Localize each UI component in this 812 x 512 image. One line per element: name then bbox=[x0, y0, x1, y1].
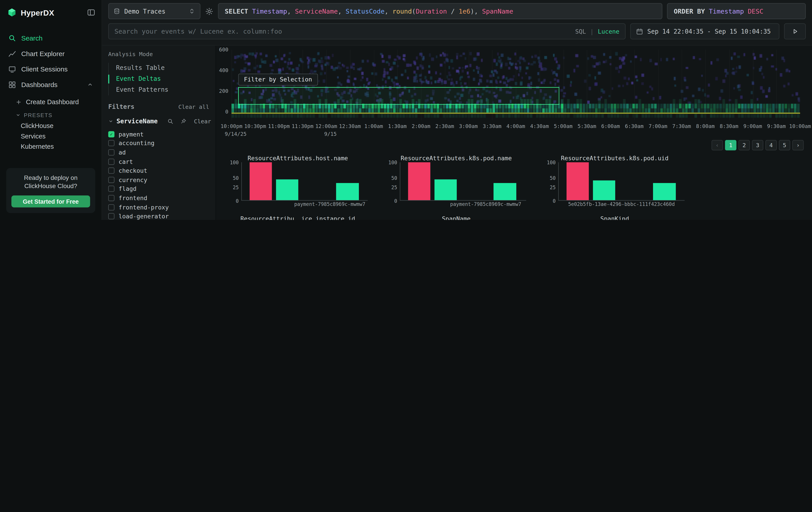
sidebar-item-client-sessions[interactable]: Client Sessions bbox=[0, 62, 102, 76]
filter-item-label: payment bbox=[118, 131, 144, 138]
sql-mode-toggle[interactable]: SQL bbox=[575, 28, 586, 35]
mini-chart-k8s-pod-name: ResourceAttributes.k8s.pod.name10050250p… bbox=[386, 155, 526, 207]
analysis-mode-results-table[interactable]: Results Table bbox=[109, 63, 209, 74]
sidebar-collapse-icon[interactable] bbox=[87, 8, 95, 17]
filter-checkbox-row[interactable]: frontend bbox=[108, 193, 209, 203]
y-axis-label: 50 bbox=[550, 175, 556, 181]
lucene-mode-toggle[interactable]: Lucene bbox=[598, 28, 619, 35]
x-axis-label: 7:00am bbox=[648, 123, 667, 129]
sql-token: , bbox=[385, 7, 393, 15]
filter-item-label: checkout bbox=[118, 167, 147, 174]
checkbox[interactable] bbox=[108, 168, 115, 174]
pagination: ‹12345› bbox=[712, 140, 804, 151]
calendar-icon bbox=[636, 28, 643, 35]
sidebar-item-clickhouse[interactable]: ClickHouse bbox=[0, 121, 102, 131]
heatmap-x-axis: 10:00pm10:30pm11:00pm11:30pm12:00am12:30… bbox=[231, 123, 800, 130]
pink-bar[interactable] bbox=[250, 162, 272, 200]
x-axis-label: 4:30am bbox=[530, 123, 549, 129]
mini-chart-service-instance-id: ResourceAttribu..ice.instance.id10050250… bbox=[228, 215, 368, 220]
y-axis-label: 25 bbox=[233, 185, 239, 190]
logo-row: HyperDX bbox=[7, 6, 95, 19]
filter-checkbox-row[interactable]: currency bbox=[108, 175, 209, 184]
analysis-mode-event-deltas[interactable]: Event Deltas bbox=[109, 74, 209, 85]
green-bar[interactable] bbox=[493, 183, 516, 200]
filter-checkbox-row[interactable]: frontend-proxy bbox=[108, 203, 209, 212]
pin-icon[interactable] bbox=[180, 118, 187, 125]
sidebar-item-label: Chart Explorer bbox=[21, 49, 64, 57]
search-icon[interactable] bbox=[168, 118, 174, 125]
settings-gear-icon[interactable] bbox=[205, 7, 213, 15]
date-range-picker[interactable]: Sep 14 22:04:35 - Sep 15 10:04:35 bbox=[630, 23, 780, 39]
mini-chart-k8s-pod-uid: ResourceAttributes.k8s.pod.uid100502505e… bbox=[545, 155, 685, 207]
pagination-prev[interactable]: ‹ bbox=[712, 140, 723, 151]
checkbox[interactable] bbox=[108, 150, 115, 156]
filter-by-selection-button[interactable]: Filter by Selection bbox=[238, 74, 318, 86]
x-axis-label: 3:00am bbox=[459, 123, 478, 129]
filter-checkbox-row[interactable]: accounting bbox=[108, 139, 209, 148]
sidebar-item-search[interactable]: Search bbox=[0, 31, 102, 45]
checkbox[interactable] bbox=[108, 159, 115, 165]
run-query-button[interactable] bbox=[784, 23, 806, 39]
green-bar[interactable] bbox=[336, 183, 359, 200]
x-axis-label: payment-7985c8969c-mwmw7 bbox=[450, 201, 521, 207]
pink-bar[interactable] bbox=[408, 162, 431, 200]
x-axis-label: 9:30am bbox=[767, 123, 786, 129]
search-bar: SQL | Lucene bbox=[108, 23, 626, 39]
filter-groups: ServiceNameClear✓paymentaccountingadcart… bbox=[108, 117, 209, 220]
order-by-input[interactable]: ORDER BY Timestamp DESC bbox=[667, 3, 806, 19]
x-axis-label: 4:00am bbox=[506, 123, 525, 129]
chevron-up-icon bbox=[87, 81, 93, 88]
search-row: SQL | Lucene Sep 14 22:04:35 - Sep 15 10… bbox=[108, 23, 806, 39]
sidebar-item-kubernetes[interactable]: Kubernetes bbox=[0, 141, 102, 152]
checkbox[interactable]: ✓ bbox=[108, 131, 115, 137]
filter-checkbox-row[interactable]: ad bbox=[108, 148, 209, 157]
mode-separator: | bbox=[590, 28, 594, 35]
green-bar[interactable] bbox=[593, 180, 615, 200]
y-axis-label: 0 bbox=[236, 198, 238, 204]
pagination-page-2[interactable]: 2 bbox=[738, 140, 750, 151]
analysis-mode-event-patterns[interactable]: Event Patterns bbox=[109, 85, 209, 96]
pagination-page-1[interactable]: 1 bbox=[725, 140, 736, 151]
checkbox[interactable] bbox=[108, 177, 115, 183]
clear-all-button[interactable]: Clear all bbox=[178, 104, 209, 110]
sidebar-presets-toggle[interactable]: PRESETS bbox=[0, 109, 102, 120]
filter-checkbox-row[interactable]: flagd bbox=[108, 184, 209, 193]
sidebar-item-services[interactable]: Services bbox=[0, 131, 102, 141]
x-axis-label: 1:30am bbox=[388, 123, 407, 129]
sidebar-item-create-dashboard[interactable]: Create Dashboard bbox=[0, 97, 102, 108]
play-icon bbox=[791, 28, 798, 35]
filters-panel: Analysis Mode Results TableEvent DeltasE… bbox=[102, 46, 216, 220]
checkbox[interactable] bbox=[108, 195, 115, 201]
search-input[interactable] bbox=[115, 27, 571, 35]
dashboards-submenu: Create Dashboard PRESETS ClickHouse Serv… bbox=[0, 97, 102, 152]
sidebar-item-dashboards[interactable]: Dashboards bbox=[0, 78, 102, 91]
checkbox[interactable] bbox=[108, 186, 115, 192]
get-started-button[interactable]: Get Started for Free bbox=[11, 195, 90, 208]
pagination-page-4[interactable]: 4 bbox=[765, 140, 777, 151]
filter-checkbox-row[interactable]: ✓payment bbox=[108, 130, 209, 139]
pagination-page-5[interactable]: 5 bbox=[779, 140, 790, 151]
filter-checkbox-row[interactable]: load-generator bbox=[108, 212, 209, 220]
hyperdx-logo-icon bbox=[7, 8, 17, 17]
filter-checkbox-row[interactable]: checkout bbox=[108, 166, 209, 175]
pagination-page-3[interactable]: 3 bbox=[752, 140, 763, 151]
heatmap-selection[interactable] bbox=[238, 87, 559, 105]
sql-token: , bbox=[338, 7, 346, 15]
filter-group-header[interactable]: ServiceNameClear bbox=[108, 117, 209, 125]
pink-bar[interactable] bbox=[566, 162, 589, 200]
checkbox[interactable] bbox=[108, 204, 115, 210]
green-bar[interactable] bbox=[653, 183, 676, 200]
checkbox[interactable] bbox=[108, 140, 115, 146]
sql-select-input[interactable]: SELECT Timestamp, ServiceName, StatusCod… bbox=[218, 3, 662, 19]
sidebar-item-chart-explorer[interactable]: Chart Explorer bbox=[0, 47, 102, 60]
filter-item-label: currency bbox=[118, 176, 147, 183]
sql-token: / bbox=[447, 7, 459, 15]
filter-checkbox-row[interactable]: cart bbox=[108, 157, 209, 166]
pagination-next[interactable]: › bbox=[792, 140, 804, 151]
source-select[interactable]: Demo Traces bbox=[108, 3, 201, 19]
checkbox[interactable] bbox=[108, 213, 115, 219]
y-axis-label: 600 bbox=[219, 47, 228, 53]
green-bar[interactable] bbox=[434, 180, 457, 200]
filter-group-clear-button[interactable]: Clear bbox=[194, 118, 211, 125]
green-bar[interactable] bbox=[276, 180, 299, 200]
